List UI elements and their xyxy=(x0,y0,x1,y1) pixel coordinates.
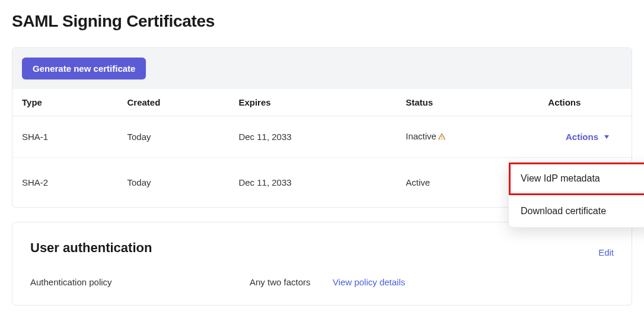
actions-dropdown-button[interactable]: Actions xyxy=(557,127,617,147)
actions-label: Actions xyxy=(566,132,598,142)
cell-expires: Dec 11, 2033 xyxy=(229,158,396,208)
user-authentication-card: Edit User authentication Authentication … xyxy=(12,222,632,305)
dropdown-item-view-idp-metadata[interactable]: View IdP metadata xyxy=(509,163,644,195)
dropdown-item-download-certificate[interactable]: Download certificate xyxy=(509,195,644,227)
status-text: Inactive xyxy=(406,131,436,141)
cell-expires: Dec 11, 2033 xyxy=(229,116,396,158)
th-expires: Expires xyxy=(229,89,396,116)
auth-policy-label: Authentication policy xyxy=(30,277,250,287)
certificates-card: Generate new certificate Type Created Ex… xyxy=(12,47,632,208)
view-policy-details-link[interactable]: View policy details xyxy=(333,277,405,287)
cell-created: Today xyxy=(117,116,229,158)
edit-link[interactable]: Edit xyxy=(598,247,614,257)
auth-title: User authentication xyxy=(30,240,614,256)
actions-dropdown-menu: View IdP metadata Download certificate xyxy=(508,162,644,228)
table-row: SHA-1 Today Dec 11, 2033 Inactive Action… xyxy=(12,116,632,158)
th-status: Status xyxy=(396,89,538,116)
cell-type: SHA-1 xyxy=(12,116,117,158)
generate-certificate-button[interactable]: Generate new certificate xyxy=(22,58,146,79)
cell-status: Inactive xyxy=(396,116,538,158)
cell-type: SHA-2 xyxy=(12,158,117,208)
card-toolbar: Generate new certificate xyxy=(12,48,632,89)
auth-policy-row: Authentication policy Any two factors Vi… xyxy=(30,277,614,287)
th-type: Type xyxy=(12,89,117,116)
th-created: Created xyxy=(117,89,229,116)
auth-policy-value: Any two factors xyxy=(250,277,333,287)
cell-created: Today xyxy=(117,158,229,208)
warning-icon xyxy=(438,132,446,142)
chevron-down-icon xyxy=(604,135,609,139)
cell-actions: Actions xyxy=(538,116,632,158)
page-title: SAML Signing Certificates xyxy=(12,12,632,31)
th-actions: Actions xyxy=(538,89,632,116)
table-header-row: Type Created Expires Status Actions xyxy=(12,89,632,116)
